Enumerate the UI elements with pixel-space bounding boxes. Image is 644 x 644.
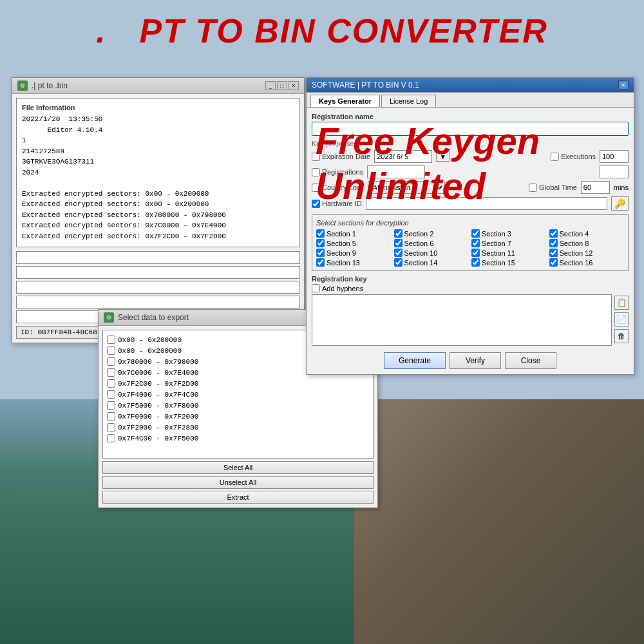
- expiration-date-checkbox[interactable]: [312, 153, 320, 161]
- hardware-id-icon[interactable]: 🔑: [611, 196, 629, 211]
- executions-checkbox[interactable]: [551, 153, 559, 161]
- list-item-checkbox[interactable]: [107, 434, 115, 442]
- generate-button[interactable]: Generate: [384, 352, 446, 369]
- section-label-15: Section 15: [482, 259, 515, 267]
- win-select-title: Select data to export: [118, 313, 335, 322]
- verify-button[interactable]: Verify: [450, 352, 501, 369]
- list-item-checkbox[interactable]: [107, 412, 115, 421]
- window-software: SOFTWARE | PT TO BIN V 0.1 ✕ Keys Genera…: [306, 77, 634, 375]
- hardware-id-label: Hardware ID: [312, 200, 362, 208]
- select-buttons: Select All Unselect All Extract: [102, 461, 374, 504]
- win-pt-maximize[interactable]: □: [277, 81, 287, 90]
- section-checkbox-8[interactable]: [549, 239, 558, 247]
- section-label-14: Section 14: [404, 259, 438, 267]
- tab-license-log[interactable]: License Log: [381, 95, 436, 107]
- section-checkbox-10[interactable]: [394, 249, 402, 257]
- section-item: Section 3: [471, 229, 547, 238]
- list-item-label: 0x7C0000 - 0x7E4000: [118, 369, 198, 377]
- reg-key-textarea[interactable]: [312, 294, 612, 346]
- list-item-checkbox[interactable]: [107, 357, 115, 366]
- section-label-2: Section 2: [404, 230, 434, 238]
- win-pt-content: File Information 2022/1/20 13:35:50 Edit…: [12, 94, 304, 343]
- section-checkbox-14[interactable]: [394, 258, 402, 267]
- paste-icon[interactable]: 📄: [614, 312, 629, 327]
- section-checkbox-13[interactable]: [316, 258, 325, 267]
- list-item-checkbox[interactable]: [107, 401, 115, 410]
- tab-keys-generator[interactable]: Keys Generator: [310, 95, 380, 107]
- list-item: 0x7F4C00 - 0x7F5000: [107, 433, 369, 444]
- list-item-label: 0x00 - 0x200000: [118, 336, 182, 344]
- list-item-checkbox[interactable]: [107, 346, 115, 355]
- close-button[interactable]: Close: [505, 352, 556, 369]
- section-item: Section 14: [394, 258, 469, 267]
- list-item-checkbox[interactable]: [107, 368, 115, 377]
- list-item-checkbox[interactable]: [107, 423, 115, 431]
- section-item: Section 2: [394, 229, 469, 238]
- win-software-titlebar: SOFTWARE | PT TO BIN V 0.1 ✕: [307, 78, 634, 93]
- list-item-label: 0x780000 - 0x798000: [118, 358, 198, 366]
- file-info-group: File Information 2022/1/20 13:35:50 Edit…: [16, 98, 300, 247]
- header-title: . PT TO BIN CONVERTER: [96, 12, 548, 50]
- expiration-date-row: Expiration Date ▼ Executions: [312, 150, 629, 163]
- hardware-id-checkbox[interactable]: [312, 200, 320, 208]
- win-software-close[interactable]: ✕: [618, 80, 629, 90]
- section-label-9: Section 9: [327, 249, 356, 257]
- file-info-text: 2022/1/20 13:35:50 Editor 4.10.4 1 21412…: [22, 114, 294, 242]
- section-checkbox-9[interactable]: [316, 249, 325, 257]
- registration-name-section: Registration name: [312, 113, 629, 136]
- input-row-2[interactable]: [16, 266, 300, 279]
- country-select[interactable]: Afghanistan: [368, 181, 445, 194]
- clear-icon[interactable]: 🗑: [614, 329, 629, 343]
- executions-input[interactable]: [600, 150, 629, 163]
- expiration-date-input[interactable]: [374, 150, 432, 163]
- list-item-checkbox[interactable]: [107, 379, 115, 388]
- win-pt-minimize[interactable]: _: [265, 81, 276, 90]
- section-checkbox-1[interactable]: [316, 229, 325, 238]
- section-checkbox-2[interactable]: [394, 229, 402, 238]
- section-checkbox-12[interactable]: [549, 249, 558, 257]
- section-item: Section 13: [316, 258, 392, 267]
- select-all-button[interactable]: Select All: [102, 461, 374, 474]
- section-item: Section 8: [549, 239, 625, 247]
- global-time-label: Global Time: [529, 184, 577, 192]
- hardware-id-row: Hardware ID 🔑: [312, 196, 629, 211]
- add-hyphens-checkbox[interactable]: [312, 284, 320, 292]
- win-select-icon: ⚙: [104, 312, 114, 323]
- section-checkbox-3[interactable]: [471, 229, 480, 238]
- add-hyphens-row: Add hyphens: [312, 284, 629, 292]
- win-pt-close[interactable]: ✕: [289, 81, 299, 90]
- registrations-input[interactable]: [367, 166, 425, 178]
- unselect-all-button[interactable]: Unselect All: [102, 476, 374, 489]
- registrations-spin[interactable]: [600, 166, 629, 178]
- hardware-id-input[interactable]: [366, 197, 607, 210]
- section-item: Section 1: [316, 229, 392, 238]
- extract-button[interactable]: Extract: [102, 491, 374, 504]
- input-row-4[interactable]: [16, 296, 300, 308]
- input-row-3[interactable]: [16, 281, 300, 294]
- section-checkbox-4[interactable]: [549, 229, 558, 238]
- section-item: Section 12: [549, 249, 625, 257]
- list-item-label: 0x7F0000 - 0x7F2000: [118, 413, 198, 421]
- country-lock-checkbox[interactable]: [312, 184, 320, 192]
- global-time-input[interactable]: [581, 181, 610, 194]
- section-item: Section 15: [471, 258, 547, 267]
- section-checkbox-7[interactable]: [471, 239, 480, 247]
- reg-name-input[interactable]: [312, 122, 629, 136]
- registrations-row: Registrations: [312, 166, 629, 178]
- registrations-checkbox[interactable]: [312, 168, 320, 176]
- country-global-row: Country Lock Afghanistan Global Time min…: [312, 181, 629, 194]
- section-checkbox-16[interactable]: [549, 258, 558, 267]
- section-checkbox-5[interactable]: [316, 239, 325, 247]
- section-checkbox-6[interactable]: [394, 239, 402, 247]
- list-item-label: 0x00 - 0x200000: [118, 347, 182, 355]
- list-item-checkbox[interactable]: [107, 390, 115, 399]
- section-checkbox-11[interactable]: [471, 249, 480, 257]
- copy-icon[interactable]: 📋: [614, 296, 629, 310]
- input-row-1[interactable]: [16, 251, 300, 264]
- section-checkbox-15[interactable]: [471, 258, 480, 267]
- win-software-controls: ✕: [618, 80, 629, 90]
- section-label-13: Section 13: [327, 259, 360, 267]
- global-time-checkbox[interactable]: [529, 184, 537, 192]
- list-item-checkbox[interactable]: [107, 336, 115, 344]
- date-dropdown[interactable]: ▼: [436, 151, 450, 162]
